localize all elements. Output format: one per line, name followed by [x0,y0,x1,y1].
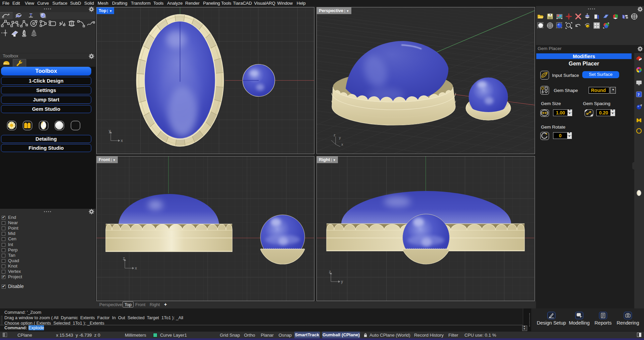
svg-text:y: y [341,279,343,284]
svg-text:x: x [121,138,123,143]
svg-text:?: ? [638,92,640,97]
svg-text:x: x [135,266,137,271]
svg-text:z: z [123,256,125,261]
svg-text:y: y [339,136,341,140]
svg-text:y: y [109,129,111,133]
svg-text:x: x [341,142,343,146]
svg-text:z: z [329,270,331,274]
svg-text:z: z [334,133,336,137]
